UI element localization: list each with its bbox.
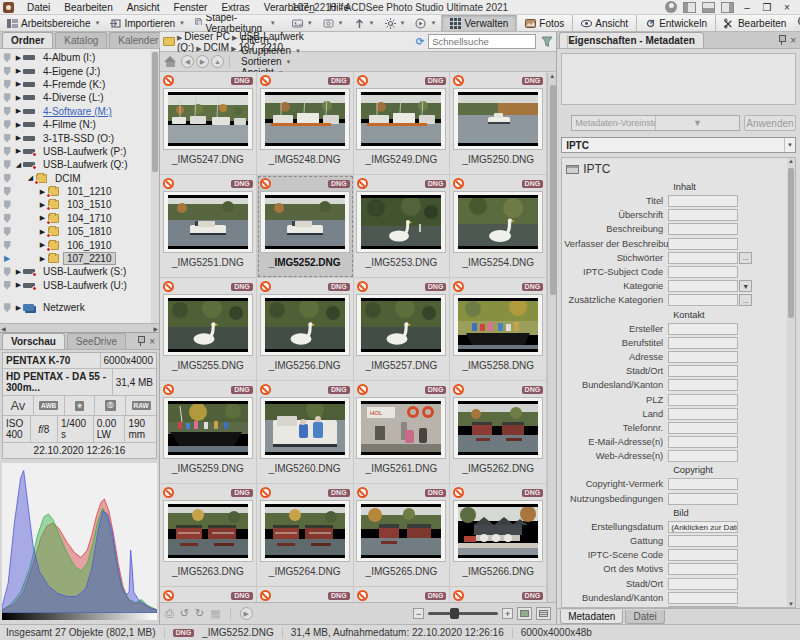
tab-kalender[interactable]: Kalender [109,32,167,48]
field-input-titel[interactable] [668,195,738,207]
field-input-web-adresse-n-[interactable] [668,450,738,462]
tab-properties-metadata[interactable]: Eigenschaften - Metadaten [559,32,704,48]
up-icon[interactable]: ▲ [211,55,224,68]
tab-seedrive[interactable]: SeeDrive [67,333,126,349]
file-cell--img5247-dng[interactable]: DNG_IMG5247.DNG [160,72,257,175]
thumbnail[interactable] [260,88,350,150]
menu-extras[interactable]: Extras [214,1,256,14]
tree-hscrollbar[interactable]: ◀▶ [0,323,159,332]
preset-dropdown-icon[interactable]: ▼ [655,116,739,130]
file-cell[interactable]: DNG [354,587,451,602]
thumbnail-view-button[interactable] [517,607,532,620]
file-cell[interactable]: DNG [450,587,547,602]
tree-expand-icon[interactable]: ▶ [38,255,47,263]
file-cell--img5249-dng[interactable]: DNG_IMG5249.DNG [354,72,451,175]
tree-item-3-1tb-ssd-o-[interactable]: ▶3-1TB-SSD (O:) [0,131,159,144]
file-cell--img5265-dng[interactable]: DNG_IMG5265.DNG [354,484,451,587]
field-input-copyright-vermerk[interactable] [668,478,738,490]
thumbnail[interactable] [163,397,253,459]
field-input-nutzungsbedingungen[interactable] [668,493,738,505]
thumbnail[interactable] [356,294,446,356]
browser-menu-filtern[interactable]: Filtern▼ [235,34,307,45]
tree-expand-icon[interactable]: ▶ [14,54,23,62]
file-cell--img5257-dng[interactable]: DNG_IMG5257.DNG [354,278,451,381]
pin-icon[interactable] [137,336,144,346]
tree-expand-icon[interactable]: ◢ [14,161,23,169]
thumbnail[interactable] [163,88,253,150]
tree-item-dcim[interactable]: ◢DCIM [0,172,159,185]
file-cell--img5261-dng[interactable]: DNGHOL_IMG5261.DNG [354,381,451,484]
tree-expand-icon[interactable]: ▶ [14,147,23,155]
rotate-cw-icon[interactable]: ↻ [195,607,204,620]
file-cell--img5260-dng[interactable]: DNG_IMG5260.DNG [257,381,354,484]
tab-katalog[interactable]: Katalog [55,32,107,48]
toolbar-import-button[interactable]: Importieren▼ [105,16,190,31]
thumbnail[interactable] [453,191,543,253]
thumbnail[interactable] [453,397,543,459]
file-cell--img5259-dng[interactable]: DNG_IMG5259.DNG [160,381,257,484]
breadcrumb-item[interactable]: DCIM [202,42,232,53]
tab-datei[interactable]: Datei [625,610,664,624]
tree-item-4-diverse-l-[interactable]: ▶4-Diverse (L:) [0,91,159,104]
mode-tab-bearbeiten[interactable]: Bearbeiten [715,15,794,31]
menu-ansicht[interactable]: Ansicht [120,1,167,14]
file-cell--img5262-dng[interactable]: DNG_IMG5262.DNG [450,381,547,484]
tree-item-103-1510[interactable]: ▶103_1510 [0,198,159,211]
grid-scrollbar[interactable]: ▲ [547,73,556,602]
field-input-verfasser-der-beschreibung[interactable] [668,238,738,250]
dropdown-button[interactable]: ▼ [739,280,752,292]
collapse-section-icon[interactable] [566,165,579,174]
forward-icon[interactable]: ▶ [196,55,209,68]
file-cell--img5256-dng[interactable]: DNG_IMG5256.DNG [257,278,354,381]
tab-ordner[interactable]: Ordner [2,32,53,48]
toolbar-play-circle-button[interactable]: ▼ [410,16,441,31]
field-input-land[interactable] [668,606,738,608]
layout-bottom-icon[interactable] [702,2,715,13]
field-input-ort-des-motivs[interactable] [668,563,738,575]
tree-expand-icon[interactable]: ▶ [14,268,23,276]
tree-item-4-album-i-[interactable]: ▶4-Album (I:) [0,51,159,64]
file-cell--img5266-dng[interactable]: DNG_IMG5266.DNG [450,484,547,587]
apply-button[interactable]: Anwenden [744,115,796,131]
thumbnail[interactable] [356,88,446,150]
menu-fenster[interactable]: Fenster [167,1,215,14]
toolbar-collection-button[interactable]: ▼ [287,16,318,31]
thumbnail[interactable] [260,294,350,356]
metadata-preset-dropdown[interactable]: Metadaten-Voreinstellungen (Strg+M) ▼ [571,115,740,131]
account-icon[interactable] [665,1,677,13]
tree-item-104-1710[interactable]: ▶104_1710 [0,212,159,225]
file-cell--img5252-dng[interactable]: DNG_IMG5252.DNG [257,175,354,278]
field-input-telefonnr-[interactable] [668,422,738,434]
tree-expand-icon[interactable]: ▶ [14,107,23,115]
tree-expand-icon[interactable]: ▶ [14,281,23,289]
file-cell--img5253-dng[interactable]: DNG_IMG5253.DNG [354,175,451,278]
tree-item-101-1210[interactable]: ▶101_1210 [0,185,159,198]
pin-icon[interactable] [778,35,785,45]
thumbnail[interactable] [163,500,253,562]
field-input-beschreibung[interactable] [668,223,738,235]
tree-item-netzwerk[interactable]: ▶Netzwerk [0,301,159,314]
field-input-berufstitel[interactable] [668,337,738,349]
zoom-slider-thumb[interactable] [450,608,459,619]
tab-vorschau[interactable]: Vorschau [2,333,65,349]
thumbnail[interactable] [260,191,350,253]
tree-item-4-fremde-k-[interactable]: ▶4-Fremde (K:) [0,78,159,91]
tree-expand-icon[interactable]: ▶ [14,80,23,88]
tree-item-105-1810[interactable]: ▶105_1810 [0,225,159,238]
tree-expand-icon[interactable]: ▶ [14,304,23,312]
zoom-slider[interactable] [428,612,498,615]
tree-item-usb-laufwerk-u-[interactable]: ▶USB-Laufwerk (U:) [0,279,159,292]
thumbnail[interactable]: HOL [356,397,446,459]
iptc-section-header[interactable]: IPTC [564,160,785,180]
tree-item-usb-laufwerk-s-[interactable]: ▶USB-Laufwerk (S:) [0,265,159,278]
slideshow-icon[interactable]: ▶ [240,607,253,620]
toolbar-browse-button[interactable]: ▼ [318,16,349,31]
field-input-e-mail-adresse-n-[interactable] [668,436,738,448]
tab-metadaten[interactable]: Metadaten [560,610,623,624]
tree-expand-icon[interactable]: ▶ [14,121,23,129]
mode-tab-entwickeln[interactable]: Entwickeln [636,15,715,31]
fields-scrollbar[interactable]: ▲ ▼ [787,158,795,607]
layout-left-icon[interactable] [683,2,696,13]
menu-datei[interactable]: Datei [20,1,57,14]
thumbnail[interactable] [453,500,543,562]
